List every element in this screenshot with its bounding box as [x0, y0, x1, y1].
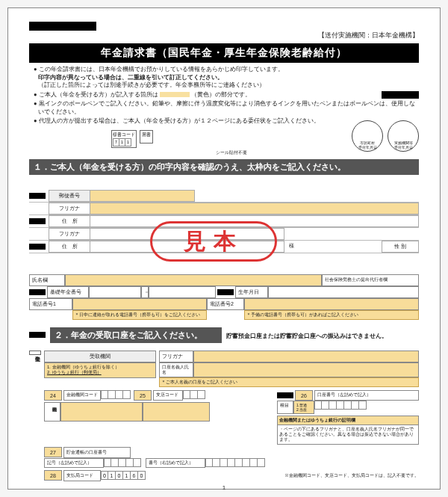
stamp-square: 届書 [140, 130, 153, 143]
section-1-bar: １．ご本人（年金を受ける方）の印字内容を確認のうえ、太枠内をご記入ください。 [29, 159, 419, 175]
cert-body: ・ページの下にあるフリガナと、口座名義人氏名フリガナが同一であることをご確認くだ… [277, 425, 419, 445]
header-org: 【送付実施機関：日本年金機構】 [29, 31, 419, 40]
bullet-4: ● ご本人（年金を受ける方）が記入する箇所は （黄色）の部分です。 [34, 91, 419, 99]
section-2-note: 貯蓄預金口座または貯蓄貯金口座への振込みはできません。 [226, 333, 388, 340]
lab-address2: 住 所 [49, 241, 90, 253]
redact-tag-4 [29, 289, 46, 295]
lab-furigana: フリガナ [49, 203, 90, 214]
code-d2: 1 [119, 138, 125, 146]
redact-tag-2 [29, 218, 46, 224]
seal-2: 実施機関等受付年月日 [388, 120, 419, 152]
recv-inst-lab: 受取機関 [44, 351, 156, 362]
sama-label: 様 [284, 241, 299, 253]
document-page: 【送付実施機関：日本年金機構】 年金請求書（国民年金・厚生年金保険老齢給付） ●… [7, 7, 441, 490]
lab-daisho: 社会保険労務士の提出代行者欄 [322, 274, 419, 286]
seal-circles: 市区町村受付年月日 実施機関等受付年月日 [352, 120, 419, 152]
foot-note: ※金融機関コード、支店コード、支払局コードは、記入不要です。 [284, 473, 419, 478]
field-kiso2[interactable] [149, 286, 216, 298]
kigou-dig[interactable] [104, 458, 141, 468]
seal-1: 市区町村受付年月日 [352, 120, 383, 152]
instruction-bullets: ● この年金請求書には、日本年金機構でお預かりしている情報をあらかじめ印字してい… [34, 66, 419, 126]
redact-tag-3 [29, 244, 46, 250]
lab-dash: － [141, 286, 149, 298]
code-lab: 金融機関コード [63, 390, 101, 401]
yellow-sample [160, 92, 190, 97]
field-furigana[interactable] [90, 203, 419, 214]
yt-tag-4: 27 [44, 447, 62, 457]
title-bar: 年金請求書（国民年金・厚生年金保険老齢給付） [29, 43, 419, 63]
redact-tag-1 [29, 193, 46, 199]
shiharai-lab: 支払局コード [63, 470, 101, 481]
redact-right [382, 91, 419, 99]
field-shimei[interactable] [65, 274, 322, 286]
bullet-2: 印字内容が異なっている場合は、二重線を引いて訂正してください。 [38, 74, 223, 81]
redact-tag-7 [277, 392, 293, 398]
bank-code-digits[interactable] [101, 390, 131, 401]
redact-top [29, 22, 96, 31]
side-label: 年金受取先 [29, 351, 41, 355]
bank-meigi-lab: 口座名義人氏 名 [159, 362, 193, 377]
redact-tag-5 [217, 289, 234, 295]
section-2-bar: ２．年金の受取口座をご記入ください。 [50, 327, 222, 343]
shumoku-lab: 種目 [277, 401, 293, 414]
shiten-digits[interactable] [183, 390, 205, 401]
lab-shimei: 氏名欄 [29, 274, 65, 286]
sample-stamp: 見本 [150, 221, 277, 262]
kinyu-lab: 金融機関 [44, 402, 60, 422]
lab-kiso: 基礎年金番号 [47, 286, 89, 298]
kigou-lab: 記号（左詰めで記入） [44, 458, 104, 468]
bank-furi-lab: フリガナ [159, 351, 193, 362]
bullet-1: ● この年金請求書には、日本年金機構でお預かりしている情報をあらかじめ印字してい… [34, 66, 419, 90]
yucho-lab: 貯金通帳の口座番号 [63, 447, 131, 458]
kinyu-name[interactable] [60, 402, 143, 422]
code-d1: 7 [113, 138, 119, 146]
field-tel2[interactable] [244, 298, 419, 310]
recv-opts[interactable]: 1. 金融機関（ゆうちょ銀行を除く） 2. ゆうちょ銀行（郵便局） [44, 362, 156, 379]
table-personal: 氏名欄 社会保険労務士の提出代行者欄 基礎年金番号 － 生年月日 電話番号1 電… [29, 274, 419, 320]
lab-tel2: 電話番号2 [207, 298, 244, 310]
hint-tel2: ＊予備の電話番号（携帯も可）があればご記入ください [244, 310, 419, 320]
field-kiso1[interactable] [89, 286, 141, 298]
bullet-3: （訂正した箇所によっては別途手続きが必要です。年金事務所等にご連絡ください） [38, 81, 265, 88]
yt-tag-1: 24 [44, 390, 62, 401]
field-postal[interactable] [90, 190, 195, 202]
lab-postal: 郵便番号 [49, 190, 90, 202]
lab-address: 住 所 [49, 215, 90, 227]
acct-lab: 口座番号（左詰めで記入） [314, 390, 419, 401]
lab-sex: 性 別 [382, 241, 419, 253]
field-ymd[interactable] [268, 286, 419, 298]
bank-section: 年金受取先 受取機関 1. 金融機関（ゆうちょ銀行を除く） 2. ゆうちょ銀行（… [29, 351, 419, 481]
bank-furi[interactable] [193, 351, 419, 362]
lab-furigana2: フリガナ [49, 228, 90, 240]
bank-meigi[interactable] [193, 362, 419, 377]
lab-tel1: 電話番号1 [29, 298, 72, 310]
code-box: 様書コード 7 1 1 [111, 130, 137, 148]
yt-tag-3: 26 [295, 390, 313, 401]
bangou-lab: 番号（右詰めで記入） [146, 458, 205, 468]
hint-tel1: ＊日中に連絡が取れる電話番号（携帯も可）をご記入ください [72, 310, 207, 320]
code-d3: 1 [125, 138, 131, 146]
bangou-dig[interactable] [205, 458, 265, 468]
page-number: 1 [29, 484, 419, 491]
acct-digits[interactable] [314, 401, 419, 414]
cert-box: 金融機関またはゆうちょ銀行の証明欄 [277, 416, 419, 425]
lab-ymd: 生年月日 [235, 286, 268, 298]
yt-tag-5: 28 [44, 470, 62, 481]
shumoku-opts[interactable]: 1.普通 2.当座 [293, 401, 314, 414]
redact-tag-6 [29, 332, 46, 338]
yt-tag-2: 25 [134, 390, 152, 401]
bullet-5: ● 黒インクのボールペンでご記入ください。鉛筆や、摩擦に伴う温度変化等により消色… [34, 100, 419, 116]
shiharai-digits: 0 1 0 1 6 0 [101, 471, 146, 480]
shiten-name[interactable] [143, 402, 210, 422]
field-tel1[interactable] [72, 298, 207, 310]
bank-hint: ＊ご本人名義の口座をご記入ください [159, 377, 419, 387]
shiten-lab: 支店コード [153, 390, 183, 401]
